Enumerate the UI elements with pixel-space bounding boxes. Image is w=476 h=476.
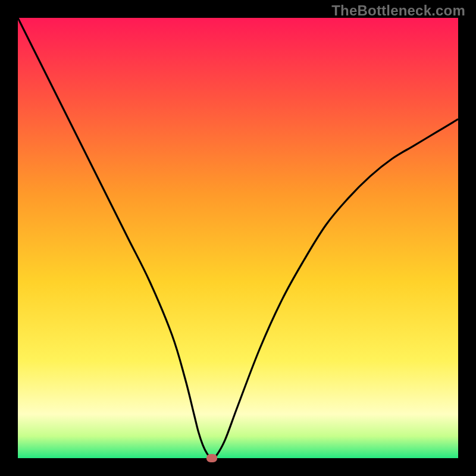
gradient-background [18,18,458,458]
bottleneck-chart [0,0,476,476]
watermark-text: TheBottleneck.com [331,2,465,19]
current-config-marker [206,454,217,462]
chart-frame: TheBottleneck.com [0,0,476,476]
